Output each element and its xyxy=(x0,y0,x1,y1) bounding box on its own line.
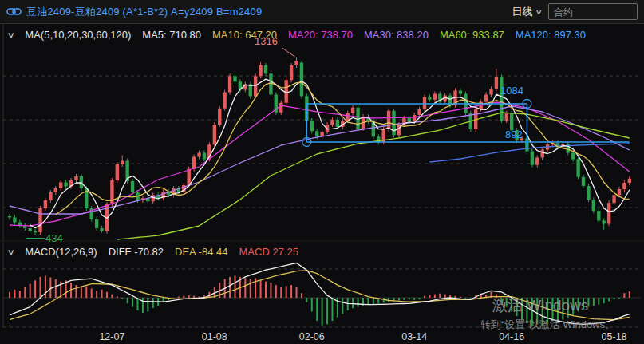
period-label: 日线 xyxy=(512,5,532,19)
price-chart[interactable]: 12-0701-0802-0603-1404-1605-18 xyxy=(0,0,644,344)
legend-item: MACD(12,26,9) xyxy=(25,246,97,258)
high-price-annotation: 1316 xyxy=(244,35,278,47)
legend-item: MA30: 838.20 xyxy=(364,29,429,41)
x-axis-label: 02-06 xyxy=(299,331,325,342)
contract-title: 豆油2409-豆粕2409 (A*1-B*2) A=y2409 B=m2409 xyxy=(26,5,262,19)
low-price-annotation: 434 xyxy=(45,232,63,244)
drawing-bottom-price-label: 892 xyxy=(505,129,523,140)
contract-search-input[interactable] xyxy=(548,3,638,20)
collapse-chevron-icon[interactable]: ∨ xyxy=(6,30,15,39)
period-selector[interactable]: 日线 ∨ xyxy=(512,5,542,19)
legend-item: MA120: 897.30 xyxy=(516,29,586,41)
windows-activation-watermark-sub: 转到“设置”以激活 Windows。 xyxy=(480,318,615,332)
legend-item: MACD 27.25 xyxy=(239,246,298,258)
x-axis-label: 12-07 xyxy=(99,331,124,342)
ma-indicator-legend: ∨ MA(5,10,20,30,60,120)MA5: 710.80MA10: … xyxy=(8,29,586,41)
link-icon xyxy=(6,6,22,17)
drawing-top-price-label: 1084 xyxy=(500,85,523,97)
legend-item: MA60: 933.87 xyxy=(440,29,504,41)
legend-item: MA20: 738.70 xyxy=(288,29,353,41)
macd-pane xyxy=(10,263,630,326)
candles-layer xyxy=(8,57,631,235)
legend-item: MA(5,10,20,30,60,120) xyxy=(25,29,131,41)
ma120-line xyxy=(429,144,629,162)
macd-indicator-legend: ∨ MACD(12,26,9)DIFF -70.82DEA -84.44MACD… xyxy=(8,246,298,258)
x-axis-label: 05-18 xyxy=(602,331,627,342)
collapse-chevron-icon[interactable]: ∨ xyxy=(6,247,15,256)
gridlines xyxy=(0,24,644,328)
x-axis-label: 03-14 xyxy=(401,331,427,342)
chevron-down-icon: ∨ xyxy=(535,8,543,16)
legend-item: MA5: 710.80 xyxy=(142,29,201,41)
top-toolbar: 豆油2409-豆粕2409 (A*1-B*2) A=y2409 B=m2409 … xyxy=(0,0,644,24)
windows-activation-watermark: 激活 Windows xyxy=(492,295,588,316)
x-axis-label: 01-08 xyxy=(202,331,227,342)
x-axis: 12-0701-0802-0603-1404-1605-18 xyxy=(99,331,626,342)
x-axis-label: 04-16 xyxy=(499,331,524,342)
trading-app-window: 12-0701-0802-0603-1404-1605-18 豆油2409-豆粕… xyxy=(0,0,644,344)
legend-item: DIFF -70.82 xyxy=(109,246,164,258)
ma10-line xyxy=(56,83,630,215)
legend-item: DEA -84.44 xyxy=(175,246,228,258)
